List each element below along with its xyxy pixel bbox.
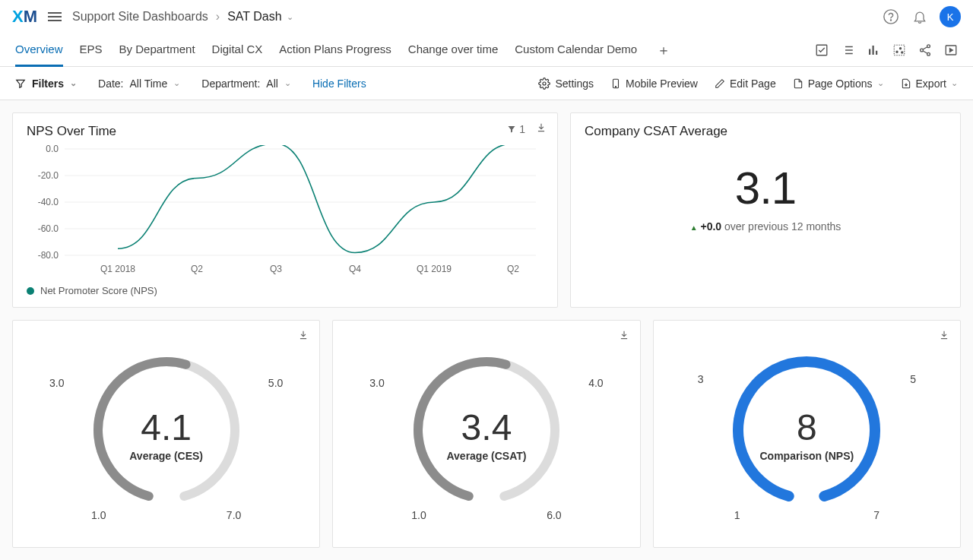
department-filter-value: All xyxy=(266,78,278,90)
top-bar: XM Support Site Dashboards › SAT Dash ⌄ … xyxy=(0,0,973,33)
legend-dot xyxy=(27,287,34,295)
download-icon[interactable] xyxy=(536,122,547,135)
share-icon[interactable] xyxy=(918,43,932,57)
svg-rect-6 xyxy=(894,45,905,55)
help-icon[interactable] xyxy=(882,8,900,26)
widget-checkbox-icon[interactable] xyxy=(815,43,829,57)
svg-text:-20.0: -20.0 xyxy=(38,170,59,181)
filters-button[interactable]: Filters ⌄ xyxy=(15,78,77,90)
tab-action-plans-progress[interactable]: Action Plans Progress xyxy=(279,33,391,67)
card-title: NPS Over Time xyxy=(27,124,544,139)
chevron-down-icon: ⌄ xyxy=(284,78,291,88)
filter-bar: Filters ⌄ Date: All Time ⌄ Department: A… xyxy=(0,67,973,100)
widget-scatter-icon[interactable] xyxy=(892,43,906,57)
card-title: Company CSAT Average xyxy=(585,124,946,139)
csat-delta-value: +0.0 xyxy=(700,220,721,233)
mobile-preview-label: Mobile Preview xyxy=(626,78,698,90)
gauge-csat-card: 3.4Average (CSAT)3.04.01.06.0 xyxy=(332,320,640,548)
department-filter-label: Department: xyxy=(201,78,260,90)
chevron-down-icon: ⌄ xyxy=(287,12,293,22)
svg-text:Q3: Q3 xyxy=(270,264,282,274)
svg-rect-4 xyxy=(873,46,874,55)
avatar[interactable]: K xyxy=(940,6,961,27)
svg-text:Q2: Q2 xyxy=(507,264,519,274)
svg-rect-5 xyxy=(876,50,877,54)
chevron-down-icon: ⌄ xyxy=(70,78,77,88)
chevron-down-icon: ⌄ xyxy=(877,78,884,88)
legend-label: Net Promoter Score (NPS) xyxy=(40,285,157,296)
page-options-label: Page Options xyxy=(808,78,873,90)
chevron-down-icon: ⌄ xyxy=(951,78,958,88)
svg-text:-60.0: -60.0 xyxy=(38,223,59,234)
edit-page-button[interactable]: Edit Page xyxy=(715,78,776,90)
export-button[interactable]: Export ⌄ xyxy=(901,78,958,90)
filters-label: Filters xyxy=(32,78,64,90)
dashboard-content: NPS Over Time 1 0.0-20.0-40.0-60.0-80.0Q… xyxy=(0,100,973,560)
filter-icon[interactable]: 1 xyxy=(507,122,525,135)
svg-text:Q1 2019: Q1 2019 xyxy=(417,264,452,274)
chevron-down-icon: ⌄ xyxy=(173,78,180,88)
date-filter[interactable]: Date: All Time ⌄ xyxy=(98,78,180,90)
add-tab-button[interactable]: ＋ xyxy=(654,41,673,59)
widget-chart-icon[interactable] xyxy=(867,43,880,57)
menu-icon[interactable] xyxy=(48,10,62,24)
svg-point-1 xyxy=(890,20,891,21)
svg-text:-40.0: -40.0 xyxy=(38,197,59,207)
breadcrumb: Support Site Dashboards › SAT Dash ⌄ xyxy=(72,10,293,24)
svg-point-11 xyxy=(921,49,924,52)
nps-line-chart: 0.0-20.0-40.0-60.0-80.0Q1 2018Q2Q3Q4Q1 2… xyxy=(27,145,544,278)
department-filter[interactable]: Department: All ⌄ xyxy=(201,78,291,90)
svg-text:-80.0: -80.0 xyxy=(38,250,59,261)
tab-change-over-time[interactable]: Change over time xyxy=(408,33,498,67)
svg-point-14 xyxy=(543,82,546,85)
svg-text:Q2: Q2 xyxy=(191,264,203,274)
nps-over-time-card: NPS Over Time 1 0.0-20.0-40.0-60.0-80.0Q… xyxy=(12,112,558,308)
svg-point-7 xyxy=(896,51,898,52)
widget-list-icon[interactable] xyxy=(841,43,854,57)
svg-point-0 xyxy=(884,10,898,24)
svg-text:Q4: Q4 xyxy=(349,264,361,274)
breadcrumb-current[interactable]: SAT Dash ⌄ xyxy=(227,10,293,24)
hide-filters-link[interactable]: Hide Filters xyxy=(312,78,366,90)
settings-label: Settings xyxy=(555,78,594,90)
gauge-ces-card: 4.1Average (CES)3.05.01.07.0 xyxy=(12,320,320,548)
date-filter-value: All Time xyxy=(129,78,167,90)
svg-point-8 xyxy=(899,47,901,49)
logo: XM xyxy=(12,7,37,27)
mobile-preview-button[interactable]: Mobile Preview xyxy=(610,78,698,90)
csat-value: 3.1 xyxy=(585,162,946,214)
settings-button[interactable]: Settings xyxy=(538,78,594,90)
tab-eps[interactable]: EPS xyxy=(80,33,103,67)
csat-average-card: Company CSAT Average 3.1 ▲ +0.0 over pre… xyxy=(570,112,961,308)
tab-custom-calendar-demo[interactable]: Custom Calendar Demo xyxy=(515,33,637,67)
filter-count: 1 xyxy=(519,123,525,135)
csat-delta-caption: over previous 12 months xyxy=(724,220,841,233)
date-filter-label: Date: xyxy=(98,78,123,90)
breadcrumb-current-label: SAT Dash xyxy=(227,10,281,24)
tab-digital-cx[interactable]: Digital CX xyxy=(212,33,263,67)
triangle-up-icon: ▲ xyxy=(690,223,698,232)
export-label: Export xyxy=(916,78,946,90)
notification-icon[interactable] xyxy=(911,8,929,26)
svg-point-9 xyxy=(902,51,903,52)
chart-legend: Net Promoter Score (NPS) xyxy=(27,285,544,296)
tab-by-department[interactable]: By Department xyxy=(119,33,195,67)
svg-point-12 xyxy=(927,52,930,55)
tab-overview[interactable]: Overview xyxy=(15,33,63,67)
svg-point-10 xyxy=(927,44,930,47)
gauge-nps-card: 8Comparison (NPS)3517 xyxy=(653,320,961,548)
edit-page-label: Edit Page xyxy=(730,78,776,90)
present-icon[interactable] xyxy=(944,43,958,57)
svg-text:Q1 2018: Q1 2018 xyxy=(100,264,135,274)
csat-delta: ▲ +0.0 over previous 12 months xyxy=(585,220,946,233)
breadcrumb-parent[interactable]: Support Site Dashboards xyxy=(72,10,208,24)
page-options-button[interactable]: Page Options ⌄ xyxy=(793,78,884,90)
svg-text:0.0: 0.0 xyxy=(46,145,59,154)
svg-point-16 xyxy=(615,86,616,87)
breadcrumb-separator: › xyxy=(216,10,220,24)
svg-rect-3 xyxy=(869,49,870,55)
tab-bar: OverviewEPSBy DepartmentDigital CXAction… xyxy=(0,33,973,67)
